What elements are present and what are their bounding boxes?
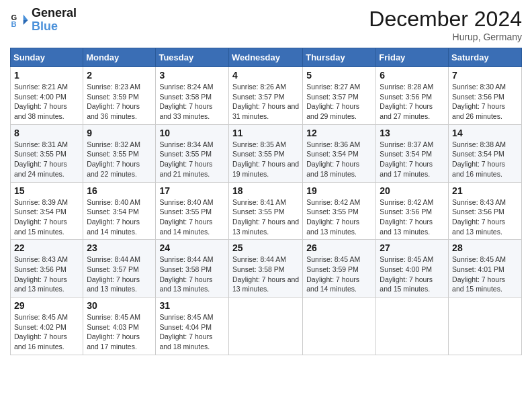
day-number: 20 [380, 185, 445, 196]
day-number: 11 [232, 128, 299, 138]
calendar-cell: 15 Sunrise: 8:39 AM Sunset: 3:54 PM Dayl… [11, 182, 83, 240]
svg-text:B: B [11, 20, 16, 28]
day-info: Sunrise: 8:44 AM Sunset: 3:58 PM Dayligh… [159, 255, 225, 294]
calendar-week-row: 1 Sunrise: 8:21 AM Sunset: 4:00 PM Dayli… [11, 67, 522, 125]
calendar-cell: 6 Sunrise: 8:28 AM Sunset: 3:56 PM Dayli… [376, 67, 449, 125]
day-number: 29 [14, 300, 79, 311]
day-info: Sunrise: 8:45 AM Sunset: 3:59 PM Dayligh… [306, 255, 372, 294]
calendar-cell: 19 Sunrise: 8:42 AM Sunset: 3:55 PM Dayl… [303, 182, 376, 240]
logo-text-line2: Blue [32, 20, 77, 34]
day-number: 15 [14, 185, 79, 196]
day-number: 27 [380, 242, 445, 253]
day-info: Sunrise: 8:44 AM Sunset: 3:58 PM Dayligh… [232, 255, 299, 294]
svg-marker-2 [24, 14, 28, 19]
location: Hurup, Germany [369, 32, 522, 42]
calendar-cell: 16 Sunrise: 8:40 AM Sunset: 3:54 PM Dayl… [83, 182, 156, 240]
calendar-cell: 2 Sunrise: 8:23 AM Sunset: 3:59 PM Dayli… [83, 67, 156, 125]
day-info: Sunrise: 8:34 AM Sunset: 3:55 PM Dayligh… [159, 140, 225, 179]
day-number: 4 [232, 70, 299, 81]
calendar-cell: 5 Sunrise: 8:27 AM Sunset: 3:57 PM Dayli… [303, 67, 376, 125]
calendar-cell: 23 Sunrise: 8:44 AM Sunset: 3:57 PM Dayl… [83, 240, 156, 298]
day-info: Sunrise: 8:36 AM Sunset: 3:54 PM Dayligh… [306, 140, 372, 179]
calendar-cell: 20 Sunrise: 8:42 AM Sunset: 3:56 PM Dayl… [376, 182, 449, 240]
day-info: Sunrise: 8:28 AM Sunset: 3:56 PM Dayligh… [380, 82, 445, 122]
day-number: 2 [87, 70, 152, 81]
day-info: Sunrise: 8:45 AM Sunset: 4:04 PM Dayligh… [159, 312, 225, 352]
day-info: Sunrise: 8:39 AM Sunset: 3:54 PM Dayligh… [14, 197, 79, 237]
calendar-cell: 7 Sunrise: 8:30 AM Sunset: 3:56 PM Dayli… [449, 67, 522, 125]
svg-marker-3 [24, 20, 28, 25]
calendar-cell [303, 298, 376, 355]
calendar-cell: 11 Sunrise: 8:35 AM Sunset: 3:55 PM Dayl… [228, 124, 302, 182]
calendar-cell: 8 Sunrise: 8:31 AM Sunset: 3:55 PM Dayli… [11, 124, 83, 182]
day-number: 7 [452, 70, 518, 81]
day-number: 26 [306, 242, 372, 253]
day-number: 12 [306, 128, 372, 138]
calendar-cell: 18 Sunrise: 8:41 AM Sunset: 3:55 PM Dayl… [228, 182, 302, 240]
day-info: Sunrise: 8:43 AM Sunset: 3:56 PM Dayligh… [452, 197, 518, 237]
calendar-cell: 10 Sunrise: 8:34 AM Sunset: 3:55 PM Dayl… [156, 124, 229, 182]
day-info: Sunrise: 8:41 AM Sunset: 3:55 PM Dayligh… [232, 197, 299, 237]
logo-text-line1: General [32, 7, 77, 20]
day-number: 23 [87, 242, 152, 253]
calendar-cell [376, 298, 449, 355]
day-info: Sunrise: 8:37 AM Sunset: 3:54 PM Dayligh… [380, 140, 445, 179]
day-number: 16 [87, 185, 152, 196]
day-info: Sunrise: 8:27 AM Sunset: 3:57 PM Dayligh… [306, 82, 372, 122]
month-title: December 2024 [369, 7, 522, 32]
day-info: Sunrise: 8:35 AM Sunset: 3:55 PM Dayligh… [232, 140, 299, 179]
day-info: Sunrise: 8:21 AM Sunset: 4:00 PM Dayligh… [14, 82, 79, 122]
weekday-header: Monday [83, 48, 156, 67]
day-number: 9 [87, 128, 152, 138]
weekday-header: Tuesday [156, 48, 229, 67]
title-block: December 2024 Hurup, Germany [369, 7, 522, 42]
day-number: 28 [452, 242, 518, 253]
day-number: 5 [306, 70, 372, 81]
day-number: 21 [452, 185, 518, 196]
page-header: G B General Blue December 2024 Hurup, Ge… [10, 7, 522, 42]
calendar-cell: 3 Sunrise: 8:24 AM Sunset: 3:58 PM Dayli… [156, 67, 229, 125]
calendar-cell: 26 Sunrise: 8:45 AM Sunset: 3:59 PM Dayl… [303, 240, 376, 298]
day-info: Sunrise: 8:45 AM Sunset: 4:00 PM Dayligh… [380, 255, 445, 294]
day-number: 31 [159, 300, 225, 311]
calendar-cell: 13 Sunrise: 8:37 AM Sunset: 3:54 PM Dayl… [376, 124, 449, 182]
weekday-header-row: SundayMondayTuesdayWednesdayThursdayFrid… [11, 48, 522, 67]
calendar-cell: 17 Sunrise: 8:40 AM Sunset: 3:55 PM Dayl… [156, 182, 229, 240]
day-info: Sunrise: 8:44 AM Sunset: 3:57 PM Dayligh… [87, 255, 152, 294]
day-number: 1 [14, 70, 79, 81]
calendar-cell: 21 Sunrise: 8:43 AM Sunset: 3:56 PM Dayl… [449, 182, 522, 240]
logo-icon: G B [10, 11, 29, 30]
calendar-table: SundayMondayTuesdayWednesdayThursdayFrid… [10, 48, 522, 355]
day-info: Sunrise: 8:43 AM Sunset: 3:56 PM Dayligh… [14, 255, 79, 294]
calendar-week-row: 29 Sunrise: 8:45 AM Sunset: 4:02 PM Dayl… [11, 298, 522, 355]
day-number: 3 [159, 70, 225, 81]
weekday-header: Thursday [303, 48, 376, 67]
day-info: Sunrise: 8:30 AM Sunset: 3:56 PM Dayligh… [452, 82, 518, 122]
day-number: 14 [452, 128, 518, 138]
calendar-cell: 9 Sunrise: 8:32 AM Sunset: 3:55 PM Dayli… [83, 124, 156, 182]
calendar-cell: 29 Sunrise: 8:45 AM Sunset: 4:02 PM Dayl… [11, 298, 83, 355]
calendar-cell: 12 Sunrise: 8:36 AM Sunset: 3:54 PM Dayl… [303, 124, 376, 182]
day-number: 8 [14, 128, 79, 138]
day-info: Sunrise: 8:45 AM Sunset: 4:01 PM Dayligh… [452, 255, 518, 294]
day-number: 17 [159, 185, 225, 196]
day-number: 10 [159, 128, 225, 138]
calendar-cell: 24 Sunrise: 8:44 AM Sunset: 3:58 PM Dayl… [156, 240, 229, 298]
logo: G B General Blue [10, 7, 77, 34]
calendar-cell: 14 Sunrise: 8:38 AM Sunset: 3:54 PM Dayl… [449, 124, 522, 182]
weekday-header: Sunday [11, 48, 83, 67]
day-info: Sunrise: 8:40 AM Sunset: 3:55 PM Dayligh… [159, 197, 225, 237]
calendar-week-row: 15 Sunrise: 8:39 AM Sunset: 3:54 PM Dayl… [11, 182, 522, 240]
calendar-cell: 28 Sunrise: 8:45 AM Sunset: 4:01 PM Dayl… [449, 240, 522, 298]
day-info: Sunrise: 8:32 AM Sunset: 3:55 PM Dayligh… [87, 140, 152, 179]
calendar-week-row: 8 Sunrise: 8:31 AM Sunset: 3:55 PM Dayli… [11, 124, 522, 182]
day-info: Sunrise: 8:23 AM Sunset: 3:59 PM Dayligh… [87, 82, 152, 122]
day-info: Sunrise: 8:45 AM Sunset: 4:02 PM Dayligh… [14, 312, 79, 352]
day-info: Sunrise: 8:40 AM Sunset: 3:54 PM Dayligh… [87, 197, 152, 237]
day-number: 25 [232, 242, 299, 253]
day-info: Sunrise: 8:31 AM Sunset: 3:55 PM Dayligh… [14, 140, 79, 179]
day-number: 30 [87, 300, 152, 311]
weekday-header: Friday [376, 48, 449, 67]
calendar-cell: 4 Sunrise: 8:26 AM Sunset: 3:57 PM Dayli… [228, 67, 302, 125]
calendar-cell: 27 Sunrise: 8:45 AM Sunset: 4:00 PM Dayl… [376, 240, 449, 298]
